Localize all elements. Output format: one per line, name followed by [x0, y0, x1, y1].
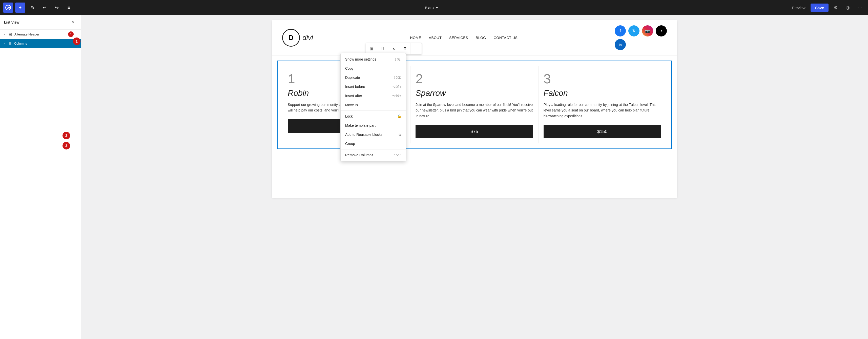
add-block-button[interactable]: +	[15, 3, 25, 13]
chevron-right-icon-2: ›	[4, 42, 5, 45]
sidebar-item-alternate-header[interactable]: › ▣ Alternate Header 1	[0, 30, 81, 39]
menu-add-reusable[interactable]: Add to Reusable blocks ◇	[341, 130, 406, 139]
pricing-name-2: Sparrow	[415, 88, 533, 98]
move-up-button[interactable]: ∧	[388, 43, 399, 54]
linkedin-icon[interactable]: in	[615, 39, 626, 50]
nav-home[interactable]: HOME	[410, 36, 421, 40]
edit-tool-button[interactable]: ✎	[27, 3, 37, 13]
pricing-col-3: 3 Falcon Play a leading role for our com…	[538, 66, 666, 143]
chevron-down-icon: ▾	[436, 5, 438, 10]
sidebar-item-columns[interactable]: › ⊞ Columns ⋮	[0, 39, 81, 48]
columns-block-icon: ⊞	[9, 41, 12, 45]
settings-button[interactable]: ⚙	[831, 3, 841, 13]
nav-blog[interactable]: BLOG	[476, 36, 486, 40]
twitter-icon[interactable]: 𝕏	[628, 25, 640, 36]
sidebar: List View × › ▣ Alternate Header 1 › ⊞ C…	[0, 15, 81, 339]
block-icon: ▣	[9, 32, 12, 36]
pricing-number-3: 3	[544, 71, 661, 86]
pricing-name-3: Falcon	[544, 88, 661, 98]
sidebar-title: List View	[4, 20, 19, 24]
menu-separator-2	[341, 149, 406, 149]
nav-contact[interactable]: CONTACT US	[494, 36, 518, 40]
menu-insert-before[interactable]: Insert before ⌥⌘T	[341, 82, 406, 91]
drag-handle-button[interactable]: ⠿	[377, 43, 388, 54]
list-view-button[interactable]: ≡	[64, 3, 74, 13]
menu-remove-columns[interactable]: Remove Columns ^⌥Z	[341, 150, 406, 160]
logo-icon: D	[282, 29, 300, 47]
nav-about[interactable]: ABOUT	[429, 36, 442, 40]
logo-text: divi	[302, 34, 313, 42]
annotation-badge-2: 2	[63, 132, 70, 139]
delete-block-button[interactable]: 🗑	[399, 43, 410, 54]
social-icons: f 𝕏 📷 ♪ in	[615, 25, 667, 50]
more-options-button[interactable]: ⋯	[855, 3, 865, 13]
content-area: 1 Robin Support our growing community by…	[277, 61, 672, 149]
sidebar-item-columns-label: Columns	[14, 41, 27, 45]
wp-logo-icon[interactable]: W	[3, 3, 13, 13]
menu-make-template[interactable]: Make template part	[341, 121, 406, 130]
site-nav: HOME ABOUT SERVICES BLOG CONTACT US	[410, 36, 518, 40]
nav-services[interactable]: SERVICES	[449, 36, 468, 40]
undo-button[interactable]: ↩	[39, 3, 50, 13]
redo-button[interactable]: ↪	[52, 3, 62, 13]
pricing-btn-3[interactable]: $150	[544, 125, 661, 138]
top-toolbar: W + ✎ ↩ ↪ ≡ Blank ▾ Preview Save ⚙ ◑ ⋯	[0, 0, 868, 15]
site-header: D divi HOME ABOUT SERVICES BLOG CONTACT …	[272, 20, 677, 55]
preview-button[interactable]: Preview	[789, 4, 809, 11]
pricing-number-2: 2	[415, 71, 533, 86]
svg-text:W: W	[7, 6, 10, 10]
chevron-right-icon: ›	[4, 33, 5, 36]
toolbar-right: Preview Save ⚙ ◑ ⋯	[789, 3, 865, 13]
block-more-button[interactable]: ⋯	[410, 43, 422, 54]
menu-group[interactable]: Group	[341, 139, 406, 148]
menu-lock[interactable]: Lock 🔒	[341, 112, 406, 121]
annotation-badge-3: 3	[63, 142, 70, 149]
toolbar-center: Blank ▾	[76, 4, 787, 11]
facebook-icon[interactable]: f	[615, 25, 626, 36]
pricing-desc-2: Join at the Sparrow level and become a m…	[415, 102, 533, 119]
page-title-label: Blank	[425, 6, 435, 10]
menu-copy[interactable]: Copy	[341, 64, 406, 73]
page-title-dropdown[interactable]: Blank ▾	[422, 4, 441, 11]
main-content: D divi HOME ABOUT SERVICES BLOG CONTACT …	[81, 15, 868, 339]
social-row-top: f 𝕏 📷 ♪	[615, 25, 667, 36]
menu-insert-after[interactable]: Insert after ⌥⌘Y	[341, 91, 406, 100]
tiktok-icon[interactable]: ♪	[656, 25, 667, 36]
social-row-bottom: in	[615, 39, 667, 50]
site-logo: D divi	[282, 29, 313, 47]
pricing-col-2: 2 Sparrow Join at the Sparrow level and …	[410, 66, 538, 143]
context-menu: Show more settings ⇧⌘, Copy Duplicate ⇧⌘…	[340, 53, 406, 161]
sidebar-header: List View ×	[0, 15, 81, 30]
pricing-btn-2[interactable]: $75	[415, 125, 533, 138]
save-button[interactable]: Save	[811, 4, 829, 12]
badge-1: 1	[68, 31, 74, 37]
sidebar-item-label: Alternate Header	[14, 32, 39, 36]
appearance-button[interactable]: ◑	[843, 3, 853, 13]
pricing-desc-3: Play a leading role for our community by…	[544, 102, 661, 119]
menu-duplicate[interactable]: Duplicate ⇧⌘D	[341, 73, 406, 82]
menu-move-to[interactable]: Move to	[341, 100, 406, 109]
annotation-badge-1: 1	[73, 37, 81, 45]
page-canvas: D divi HOME ABOUT SERVICES BLOG CONTACT …	[272, 20, 677, 198]
menu-show-more-settings[interactable]: Show more settings ⇧⌘,	[341, 55, 406, 64]
columns-layout-button[interactable]: ⊞	[366, 43, 377, 54]
menu-separator-1	[341, 110, 406, 111]
sidebar-close-button[interactable]: ×	[70, 19, 77, 26]
instagram-icon[interactable]: 📷	[642, 25, 653, 36]
